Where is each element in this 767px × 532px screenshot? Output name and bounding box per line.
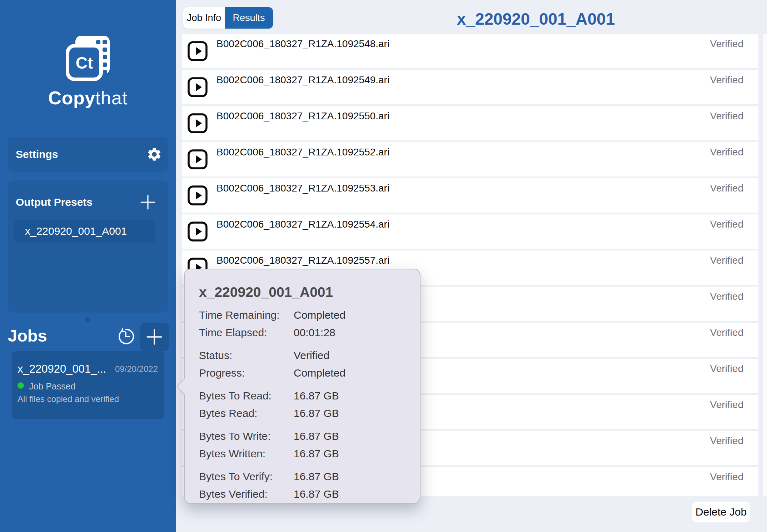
stat-label: Bytes Read: — [199, 407, 257, 419]
plus-icon — [146, 329, 163, 345]
file-name: B002C006_180327_R1ZA.1092548.ari — [216, 38, 389, 50]
stat-label: Bytes To Read: — [199, 390, 272, 402]
play-file-button[interactable] — [187, 221, 208, 242]
stat-value: 16.87 GB — [294, 471, 339, 483]
popover-stat-row: Time Remaining:Completed — [199, 306, 409, 324]
popover-title: x_220920_001_A001 — [199, 284, 409, 300]
popover-stat-row: Status:Verified — [199, 347, 409, 364]
page-title: x_220920_001_A001 — [450, 9, 622, 29]
output-presets-panel: Output Presets x_220920_001_A001 — [8, 180, 168, 313]
play-icon — [187, 221, 208, 242]
file-status: Verified — [710, 291, 743, 302]
file-status: Verified — [710, 219, 743, 230]
brand-copy: Copy — [48, 88, 95, 108]
file-row[interactable]: B002C006_180327_R1ZA.1092553.ariVerified — [182, 178, 758, 213]
stat-value: 00:01:28 — [294, 327, 335, 339]
sidebar: Ct Copythat Settings Output Presets x_22… — [0, 0, 176, 532]
play-file-button[interactable] — [187, 77, 208, 98]
popover-stat-row: Progress:Completed — [199, 364, 409, 382]
filmstrip-logo-icon: Ct — [65, 36, 110, 81]
stat-value: Verified — [294, 349, 329, 362]
popover-stat-row: Bytes Written:16.87 GB — [199, 445, 409, 462]
play-file-button[interactable] — [187, 41, 208, 61]
play-icon — [187, 113, 208, 134]
scrollbar-gutter[interactable] — [763, 34, 767, 496]
popover-stat-row: Bytes To Read:16.87 GB — [199, 387, 409, 404]
jobs-label: Jobs — [8, 326, 47, 345]
file-name: B002C006_180327_R1ZA.1092554.ari — [216, 219, 389, 230]
job-description: All files copied and verified — [18, 394, 119, 404]
file-status: Verified — [710, 38, 743, 50]
play-icon — [187, 185, 208, 206]
plus-icon — [140, 194, 156, 210]
file-status: Verified — [710, 74, 743, 86]
file-row[interactable]: B002C006_180327_R1ZA.1092548.ariVerified — [182, 34, 758, 68]
file-status: Verified — [710, 399, 743, 411]
play-icon — [187, 149, 208, 170]
history-icon — [117, 328, 135, 345]
popover-stat-group: Bytes To Verify:16.87 GBBytes Verified:1… — [199, 468, 409, 503]
job-passed-dot-icon — [18, 382, 24, 389]
settings-label: Settings — [16, 148, 58, 160]
tab-results[interactable]: Results — [225, 7, 273, 29]
stat-label: Bytes To Verify: — [199, 471, 273, 483]
popover-stat-row: Bytes To Verify:16.87 GB — [199, 468, 409, 485]
play-icon — [187, 41, 208, 61]
file-status: Verified — [710, 327, 743, 338]
popover-stat-group: Time Remaining:CompletedTime Elapsed:00:… — [199, 306, 409, 341]
popover-content: x_220920_001_A001 Time Remaining:Complet… — [199, 284, 409, 508]
file-status: Verified — [710, 471, 743, 483]
file-row[interactable]: B002C006_180327_R1ZA.1092554.ariVerified — [182, 214, 758, 249]
job-card-title: x_220920_001_... — [18, 363, 106, 376]
app-logo: Ct Copythat — [0, 36, 176, 109]
stat-value: 16.87 GB — [294, 430, 339, 442]
job-card-date: 09/20/2022 — [115, 364, 158, 374]
stat-label: Bytes To Write: — [199, 430, 271, 442]
stat-value: 16.87 GB — [294, 488, 339, 500]
copythat-window: Ct Copythat Settings Output Presets x_22… — [0, 0, 767, 532]
popover-stat-row: Bytes Verified:16.87 GB — [199, 485, 409, 503]
delete-job-button[interactable]: Delete Job — [692, 502, 750, 522]
file-name: B002C006_180327_R1ZA.1092557.ari — [216, 255, 389, 266]
stat-value: 16.87 GB — [294, 448, 339, 460]
play-file-button[interactable] — [187, 149, 208, 170]
play-file-button[interactable] — [187, 113, 208, 134]
popover-stat-group: Status:VerifiedProgress:Completed — [199, 347, 409, 382]
play-file-button[interactable] — [187, 185, 208, 206]
play-icon — [187, 77, 208, 98]
settings-panel: Settings — [8, 137, 168, 172]
file-row[interactable]: B002C006_180327_R1ZA.1092549.ariVerified — [182, 70, 758, 104]
file-row[interactable]: B002C006_180327_R1ZA.1092552.ariVerified — [182, 142, 758, 176]
job-status-text: Job Passed — [29, 381, 76, 392]
stat-label: Progress: — [199, 367, 245, 379]
file-status: Verified — [710, 110, 743, 122]
file-status: Verified — [710, 146, 743, 158]
job-card[interactable]: x_220920_001_... 09/20/2022 Job Passed A… — [12, 351, 164, 419]
job-history-button[interactable] — [117, 328, 135, 345]
settings-button[interactable] — [146, 146, 162, 162]
stat-value: Completed — [294, 309, 345, 321]
file-status: Verified — [710, 255, 743, 266]
popover-stat-row: Time Elapsed:00:01:28 — [199, 324, 409, 341]
tab-job-info[interactable]: Job Info — [183, 7, 225, 29]
stat-label: Bytes Verified: — [199, 488, 268, 500]
job-details-popover: x_220920_001_A001 Time Remaining:Complet… — [184, 269, 420, 504]
preset-item[interactable]: x_220920_001_A001 — [14, 220, 155, 243]
file-row[interactable]: B002C006_180327_R1ZA.1092550.ariVerified — [182, 106, 758, 140]
file-status: Verified — [710, 183, 743, 194]
popover-stat-group: Bytes To Read:16.87 GBBytes Read:16.87 G… — [199, 387, 409, 422]
stat-value: 16.87 GB — [294, 390, 339, 402]
add-preset-button[interactable] — [140, 194, 156, 210]
file-name: B002C006_180327_R1ZA.1092550.ari — [216, 110, 389, 122]
stat-value: 16.87 GB — [294, 407, 339, 419]
jobs-header: Jobs — [0, 322, 176, 352]
view-tabs: Job Info Results — [183, 7, 273, 29]
file-name: B002C006_180327_R1ZA.1092552.ari — [216, 146, 389, 158]
stat-label: Time Remaining: — [199, 309, 280, 321]
brand-name: Copythat — [0, 87, 176, 109]
brand-that: that — [95, 88, 128, 108]
output-presets-label: Output Presets — [16, 196, 93, 208]
svg-text:Ct: Ct — [76, 54, 93, 72]
file-status: Verified — [710, 363, 743, 374]
add-job-button[interactable] — [140, 323, 169, 351]
